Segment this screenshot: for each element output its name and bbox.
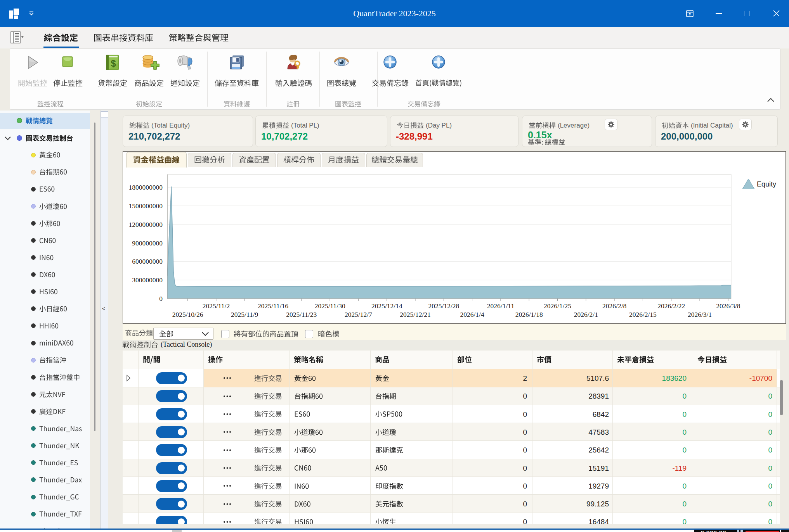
svg-text:$: $ (111, 58, 116, 69)
